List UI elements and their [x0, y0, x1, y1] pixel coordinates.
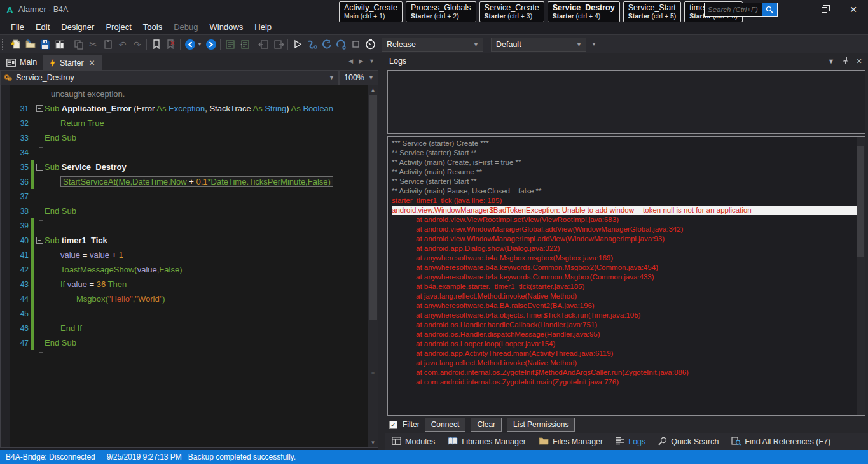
- bottom-tab-find-all-references-f7-[interactable]: Find All References (F7): [726, 434, 836, 450]
- paste-icon[interactable]: [100, 38, 115, 52]
- stop-icon[interactable]: [348, 38, 363, 52]
- shortcut-tab-activity_create[interactable]: Activity_CreateMain (ctrl + 1): [339, 1, 403, 22]
- code-editor[interactable]: uncaught exception.31−Sub Application_Er…: [0, 85, 378, 448]
- code-line[interactable]: uncaught exception.: [10, 87, 368, 101]
- restore-button[interactable]: [809, 0, 839, 19]
- toolbar-overflow-button[interactable]: ▼: [591, 41, 598, 47]
- search-button[interactable]: [762, 3, 777, 16]
- scrollbar-thumb[interactable]: [369, 95, 377, 320]
- copy-icon[interactable]: [71, 38, 86, 52]
- save-all-icon[interactable]: [52, 38, 67, 52]
- code-line-45[interactable]: 45: [10, 306, 368, 321]
- save-icon[interactable]: [38, 38, 52, 52]
- build-configuration-select[interactable]: Release ▼: [382, 38, 483, 52]
- redo-icon[interactable]: ↷: [130, 38, 144, 52]
- log-filter-box[interactable]: [387, 70, 865, 134]
- editor-vertical-scrollbar[interactable]: ▲ ≡ ▼: [368, 85, 378, 447]
- resume-icon[interactable]: [319, 38, 334, 52]
- shift-right-icon[interactable]: [271, 38, 286, 52]
- code-line-40[interactable]: 40−Sub timer1_Tick: [10, 233, 368, 248]
- navigate-forward-icon[interactable]: [203, 38, 218, 52]
- code-line-42[interactable]: 42ToastMessageShow(value,False): [10, 262, 368, 277]
- menu-designer[interactable]: Designer: [55, 20, 100, 34]
- menu-edit[interactable]: Edit: [30, 20, 55, 34]
- tab-scroll-right-icon[interactable]: ▶: [359, 58, 363, 64]
- fold-collapse-icon[interactable]: −: [36, 237, 43, 244]
- code-line-35[interactable]: 35−Sub Service_Destroy: [10, 160, 368, 174]
- connect-button[interactable]: Connect: [425, 418, 466, 432]
- log-scrollbar-thumb[interactable]: [857, 146, 864, 257]
- log-output[interactable]: *** Service (starter) Create ***** Servi…: [387, 136, 865, 416]
- shift-left-icon[interactable]: [256, 38, 271, 52]
- navigate-back-icon[interactable]: [183, 38, 197, 52]
- scroll-up-icon[interactable]: ▲: [368, 85, 378, 95]
- panel-menu-icon[interactable]: ▼: [827, 57, 836, 65]
- bottom-tab-modules[interactable]: Modules: [386, 434, 441, 449]
- new-file-icon[interactable]: [8, 38, 23, 52]
- ui-configuration-select[interactable]: Default ▼: [491, 38, 586, 52]
- toolbar-grip[interactable]: [2, 39, 6, 50]
- panel-close-icon[interactable]: ✕: [855, 57, 864, 66]
- panel-splitter[interactable]: [378, 53, 385, 450]
- compile-timer-icon[interactable]: [363, 38, 378, 52]
- menu-tools[interactable]: Tools: [137, 20, 168, 34]
- connect-device-icon[interactable]: [305, 38, 319, 52]
- comment-icon[interactable]: [223, 38, 237, 52]
- shortcut-tab-service_create[interactable]: Service_CreateStarter (ctrl + 3): [479, 1, 544, 22]
- pin-icon[interactable]: [841, 57, 850, 66]
- shortcut-tab-service_destroy[interactable]: Service_DestroyStarter (ctrl + 4): [548, 1, 620, 22]
- code-line-41[interactable]: 41value = value + 1: [10, 248, 368, 262]
- cut-icon[interactable]: ✂: [86, 38, 100, 52]
- code-line-47[interactable]: 47End Sub: [10, 335, 368, 350]
- files-icon: [539, 437, 549, 447]
- fold-collapse-icon[interactable]: −: [36, 164, 43, 171]
- bottom-tab-quick-search[interactable]: Quick Search: [652, 434, 724, 450]
- restart-icon[interactable]: [334, 38, 348, 52]
- list-permissions-button[interactable]: List Permissions: [507, 418, 575, 432]
- bottom-tab-files-manager[interactable]: Files Manager: [533, 434, 609, 449]
- open-file-icon[interactable]: [23, 38, 38, 52]
- menu-windows[interactable]: Windows: [204, 20, 249, 34]
- search-input[interactable]: [705, 3, 762, 16]
- menu-file[interactable]: File: [5, 20, 30, 34]
- code-line-38[interactable]: 38End Sub: [10, 204, 368, 218]
- code-line-33[interactable]: 33End Sub: [10, 130, 368, 145]
- tab-list-dropdown-icon[interactable]: ▼: [369, 58, 375, 64]
- code-line-31[interactable]: 31−Sub Application_Error (Error As Excep…: [10, 101, 368, 116]
- tab-scroll-left-icon[interactable]: ◀: [348, 58, 353, 64]
- undo-icon[interactable]: ↶: [115, 38, 130, 52]
- code-line-46[interactable]: 46End If: [10, 321, 368, 335]
- code-line-34[interactable]: 34: [10, 145, 368, 160]
- clear-button[interactable]: Clear: [471, 418, 502, 432]
- menu-help[interactable]: Help: [249, 20, 277, 34]
- menu-project[interactable]: Project: [100, 20, 137, 34]
- close-button[interactable]: ✕: [839, 0, 868, 19]
- tab-close-icon[interactable]: ✕: [89, 59, 95, 67]
- shortcut-tab-process_globals[interactable]: Process_GlobalsStarter (ctrl + 2): [406, 1, 476, 22]
- bookmark-icon[interactable]: [149, 38, 163, 52]
- code-line-44[interactable]: 44Msgbox("Hello","World"): [10, 292, 368, 306]
- navigate-back-dropdown[interactable]: ▼: [197, 41, 203, 47]
- bottom-tab-logs[interactable]: Logs: [610, 434, 651, 449]
- code-line-32[interactable]: 32Return True: [10, 116, 368, 130]
- minimize-button[interactable]: [780, 0, 809, 19]
- fold-collapse-icon[interactable]: −: [36, 105, 43, 112]
- code-line-37[interactable]: 37: [10, 189, 368, 204]
- remove-bookmark-icon[interactable]: [163, 38, 178, 52]
- code-line-43[interactable]: 43If value = 36 Then: [10, 277, 368, 292]
- code-line-36[interactable]: 36StartServiceAt(Me,DateTime.Now + 0.1*D…: [10, 174, 368, 189]
- scroll-down-icon[interactable]: ▼: [368, 438, 378, 447]
- log-scrollbar[interactable]: [857, 137, 865, 415]
- tab-main[interactable]: Main: [0, 55, 43, 70]
- code-line-39[interactable]: 39: [10, 218, 368, 233]
- editor-zoom-select[interactable]: 100% ▼: [339, 70, 378, 85]
- bottom-tab-libraries-manager[interactable]: Libraries Manager: [442, 434, 532, 449]
- sub-navigator-select[interactable]: Service_Destroy ▼: [0, 70, 339, 85]
- filter-checkbox[interactable]: ✓: [389, 421, 397, 429]
- tab-starter[interactable]: Starter ✕: [43, 55, 102, 70]
- log-line: at anywheresoftware.b4a.keywords.Common.…: [392, 263, 856, 272]
- uncomment-icon[interactable]: [237, 38, 252, 52]
- logs-panel: Logs ▼ ✕ *** Service (starter) Create **…: [385, 53, 868, 450]
- run-icon[interactable]: [290, 38, 305, 52]
- shortcut-tab-service_start[interactable]: Service_StartStarter (ctrl + 5): [623, 1, 682, 22]
